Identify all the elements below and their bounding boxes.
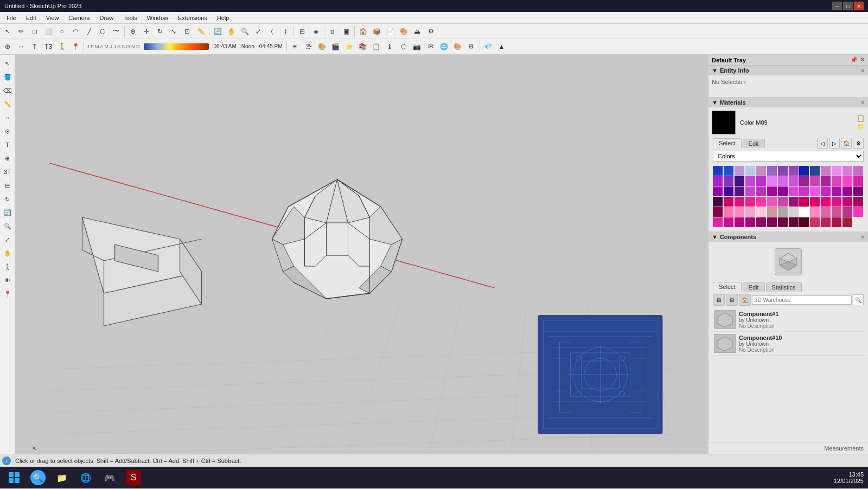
color-cell-45[interactable] <box>745 197 755 207</box>
color-cell-61[interactable] <box>767 207 777 217</box>
color-cell-11[interactable] <box>832 166 841 176</box>
tb-layout[interactable]: 📄 <box>384 25 397 38</box>
tb-outliner[interactable]: 📋 <box>370 40 383 53</box>
tb-xray[interactable]: ◈ <box>309 25 322 38</box>
tb-push[interactable]: ⊕ <box>126 25 139 38</box>
tb-offset[interactable]: ⊡ <box>181 25 194 38</box>
tb-materials[interactable]: 🎨 <box>316 40 329 53</box>
color-cell-25[interactable] <box>832 176 841 186</box>
menu-edit[interactable]: Edit <box>22 14 41 22</box>
color-cell-18[interactable] <box>756 176 766 186</box>
ltb-select[interactable]: ↖ <box>1 57 14 70</box>
color-cell-69[interactable] <box>853 207 863 217</box>
tb-match[interactable]: 📷 <box>411 40 424 53</box>
color-cell-23[interactable] <box>810 176 820 186</box>
color-cell-0[interactable] <box>713 166 723 176</box>
color-cell-59[interactable] <box>745 207 755 217</box>
mat-back-btn[interactable]: ◁ <box>817 138 828 149</box>
tb-poly[interactable]: ⬡ <box>96 25 109 38</box>
tb-comps[interactable]: ⬡ <box>397 40 410 53</box>
color-cell-37[interactable] <box>810 186 820 196</box>
color-cell-22[interactable] <box>799 176 809 186</box>
material-folder-icon[interactable]: 📁 <box>857 123 865 131</box>
tb-select[interactable]: ↖ <box>1 25 14 38</box>
color-cell-29[interactable] <box>724 186 733 196</box>
color-cell-1[interactable] <box>724 166 733 176</box>
tb-3dwarehouse[interactable]: 🏠 <box>356 25 369 38</box>
tb-dim[interactable]: ↔ <box>15 40 28 53</box>
color-cell-20[interactable] <box>778 176 788 186</box>
color-cell-46[interactable] <box>756 197 766 207</box>
tb-scenes[interactable]: 🎬 <box>329 40 342 53</box>
color-cell-72[interactable] <box>735 217 744 227</box>
tb-axes[interactable]: ⊕ <box>1 40 14 53</box>
color-cell-67[interactable] <box>832 207 841 217</box>
color-cell-66[interactable] <box>821 207 831 217</box>
entity-info-header[interactable]: ▼ Entity Info ✕ <box>709 66 868 75</box>
color-cell-40[interactable] <box>843 186 852 196</box>
menu-extensions[interactable]: Extensions <box>174 14 212 22</box>
tb-arc[interactable]: ◠ <box>69 25 82 38</box>
tb-styles[interactable]: ⭐ <box>343 40 356 53</box>
panel-pin-icon[interactable]: 📌 <box>850 56 858 63</box>
menu-tools[interactable]: Tools <box>119 14 142 22</box>
tb-walkthrough[interactable]: 🚶 <box>55 40 68 53</box>
color-cell-60[interactable] <box>756 207 766 217</box>
maximize-button[interactable]: □ <box>843 2 853 10</box>
color-cell-82[interactable] <box>843 217 852 227</box>
tb-shadow[interactable]: ☀ <box>289 40 302 53</box>
taskbar-search[interactable]: 🔍 <box>28 468 48 487</box>
color-cell-31[interactable] <box>745 186 755 196</box>
ltb-walk[interactable]: 🚶 <box>1 260 14 273</box>
components-header[interactable]: ▼ Components ✕ <box>709 232 868 242</box>
tb-orbit[interactable]: 🔄 <box>211 25 224 38</box>
menu-view[interactable]: View <box>42 14 63 22</box>
ltb-dim[interactable]: ↔ <box>1 111 14 124</box>
color-cell-10[interactable] <box>821 166 831 176</box>
tb-move[interactable]: ✛ <box>140 25 153 38</box>
comp-select-tab[interactable]: Select <box>713 282 742 292</box>
menu-help[interactable]: Help <box>213 14 234 22</box>
ltb-pan[interactable]: ✋ <box>1 247 14 260</box>
color-cell-12[interactable] <box>843 166 852 176</box>
comp-item-1[interactable]: Component#10 by Unknown No Description <box>711 332 866 356</box>
color-cell-70[interactable] <box>713 217 723 227</box>
color-cell-53[interactable] <box>832 197 841 207</box>
ltb-text[interactable]: T <box>1 138 14 151</box>
tb-layers[interactable]: 📚 <box>356 40 369 53</box>
color-cell-9[interactable] <box>810 166 820 176</box>
tb-fog[interactable]: 🌫 <box>302 40 315 53</box>
color-cell-19[interactable] <box>767 176 777 186</box>
tb-box[interactable]: ⬜ <box>42 25 55 38</box>
color-cell-64[interactable] <box>799 207 809 217</box>
tb-zoomext[interactable]: ⤢ <box>252 25 265 38</box>
menu-file[interactable]: File <box>2 14 21 22</box>
color-cell-81[interactable] <box>832 217 841 227</box>
tb-extext[interactable]: 📦 <box>370 25 383 38</box>
ltb-rotate[interactable]: ↻ <box>1 192 14 205</box>
color-cell-43[interactable] <box>724 197 733 207</box>
tb-3dtext[interactable]: T3 <box>42 40 55 53</box>
tb-line[interactable]: ╱ <box>82 25 95 38</box>
tb-stylebuilder[interactable]: 🎨 <box>397 25 410 38</box>
materials-select-tab[interactable]: Select <box>713 138 742 148</box>
comp-view-detail-btn[interactable]: ⊟ <box>726 294 738 306</box>
comp-edit-tab[interactable]: Edit <box>743 282 765 292</box>
color-cell-44[interactable] <box>735 197 744 207</box>
color-cell-48[interactable] <box>778 197 788 207</box>
tb-entity[interactable]: ℹ <box>384 40 397 53</box>
tb-tape[interactable]: 📏 <box>194 25 207 38</box>
comp-home-btn[interactable]: 🏠 <box>739 294 751 306</box>
ltb-zoomwin[interactable]: ⤢ <box>1 233 14 246</box>
color-category-select[interactable]: Colors Colors-Named Asphalt and Concrete <box>713 151 864 162</box>
panel-close-icon[interactable]: ✕ <box>860 56 865 63</box>
color-cell-74[interactable] <box>756 217 766 227</box>
ltb-zoom[interactable]: 🔍 <box>1 220 14 233</box>
viewport[interactable]: ↖ <box>15 55 708 454</box>
tb-email[interactable]: ✉ <box>424 40 437 53</box>
tb-advanced2[interactable]: ▲ <box>495 40 508 53</box>
color-cell-34[interactable] <box>778 186 788 196</box>
color-cell-41[interactable] <box>853 186 863 196</box>
color-cell-6[interactable] <box>778 166 788 176</box>
taskbar-steam[interactable]: 🎮 <box>100 468 119 487</box>
